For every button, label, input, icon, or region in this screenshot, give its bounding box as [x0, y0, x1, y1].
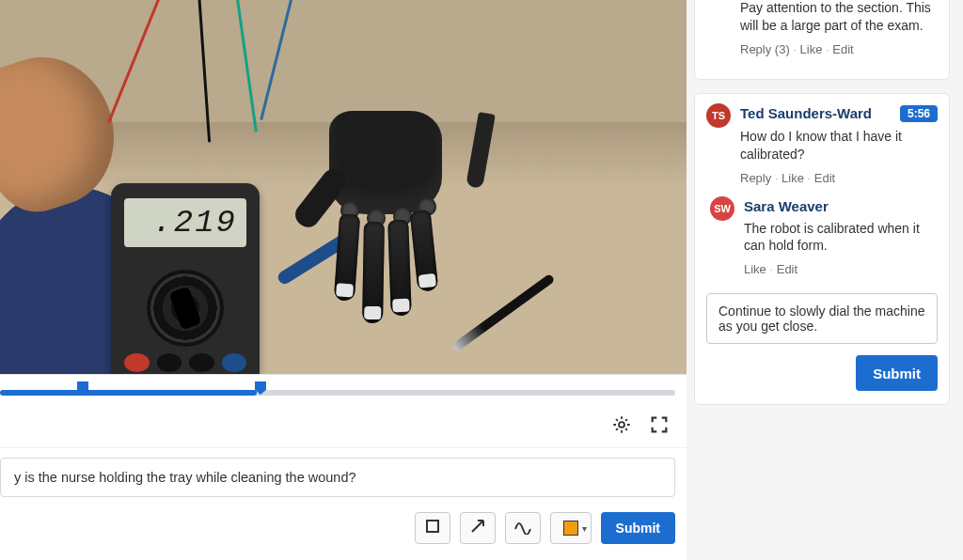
- tool-freehand[interactable]: [505, 512, 541, 544]
- edit-link[interactable]: Edit: [769, 262, 797, 276]
- robot-hand: [292, 64, 489, 308]
- color-swatch: [563, 521, 578, 536]
- timeline-marker[interactable]: [75, 381, 90, 396]
- comment-card: TS Ted Saunders-Ward 5:56 How do I know …: [694, 93, 950, 406]
- comment-timestamp[interactable]: 5:56: [900, 105, 938, 122]
- comment-actions: Like Edit: [744, 262, 938, 276]
- edit-link[interactable]: Edit: [808, 171, 836, 185]
- comment: PW Professor Williams 5:37 Pay attention…: [706, 0, 938, 66]
- question-area: ▾ Submit: [0, 447, 687, 557]
- seek-progress: [0, 390, 257, 396]
- annotation-toolbar: ▾ Submit: [0, 512, 675, 544]
- video-pane: .219: [0, 0, 687, 560]
- avatar: TS: [706, 103, 731, 128]
- svg-rect-1: [427, 521, 438, 532]
- comment-author: Ted Saunders-Ward: [740, 105, 872, 121]
- wave-icon: [513, 518, 532, 538]
- app-root: .219: [0, 0, 963, 560]
- reply-submit-button[interactable]: Submit: [856, 355, 938, 391]
- reply-link[interactable]: Reply: [740, 171, 771, 185]
- rectangle-icon: [424, 518, 441, 538]
- fullscreen-icon: [649, 414, 670, 439]
- comment-body: Pay attention to the section. This will …: [740, 0, 938, 35]
- comment-actions: Reply (3) Like Edit: [740, 42, 938, 56]
- tool-pointer[interactable]: [460, 512, 496, 544]
- edit-link[interactable]: Edit: [826, 42, 854, 56]
- reply-link[interactable]: Reply (3): [740, 42, 790, 56]
- tool-color-picker[interactable]: ▾: [550, 512, 592, 544]
- avatar: SW: [710, 196, 734, 221]
- seek-bar[interactable]: [0, 374, 687, 406]
- like-link[interactable]: Like: [775, 171, 804, 185]
- comment: TS Ted Saunders-Ward 5:56 How do I know …: [706, 101, 938, 194]
- multimeter-reading: .219: [124, 198, 246, 247]
- like-link[interactable]: Like: [744, 262, 766, 276]
- reply-input[interactable]: Continue to slowly dial the machine as y…: [706, 293, 938, 344]
- comment-author: Sara Weaver: [744, 198, 829, 214]
- question-submit-button[interactable]: Submit: [601, 512, 675, 544]
- settings-button[interactable]: [609, 414, 634, 439]
- fullscreen-button[interactable]: [647, 414, 671, 439]
- tool-rectangle[interactable]: [415, 512, 450, 544]
- multimeter: .219: [111, 183, 260, 374]
- video-controls: [0, 406, 687, 447]
- like-link[interactable]: Like: [793, 42, 822, 56]
- timeline-marker[interactable]: [253, 381, 268, 396]
- comments-panel: PW Professor Williams 5:37 Pay attention…: [687, 0, 963, 560]
- question-input[interactable]: [0, 458, 675, 497]
- chevron-down-icon: ▾: [582, 523, 587, 534]
- video-frame: .219: [0, 0, 687, 374]
- pointer-icon: [469, 518, 486, 538]
- video-player[interactable]: .219: [0, 0, 687, 374]
- svg-point-0: [619, 422, 624, 428]
- seek-track[interactable]: [0, 390, 675, 396]
- comment-card: PW Professor Williams 5:37 Pay attention…: [694, 0, 950, 80]
- comment-body: The robot is calibrated when it can hold…: [744, 220, 938, 256]
- comment-reply: SW Sara Weaver The robot is calibrated w…: [710, 194, 938, 287]
- comment-actions: Reply Like Edit: [740, 171, 938, 185]
- comment-body: How do I know that I have it calibrated?: [740, 128, 938, 163]
- gear-icon: [611, 414, 632, 439]
